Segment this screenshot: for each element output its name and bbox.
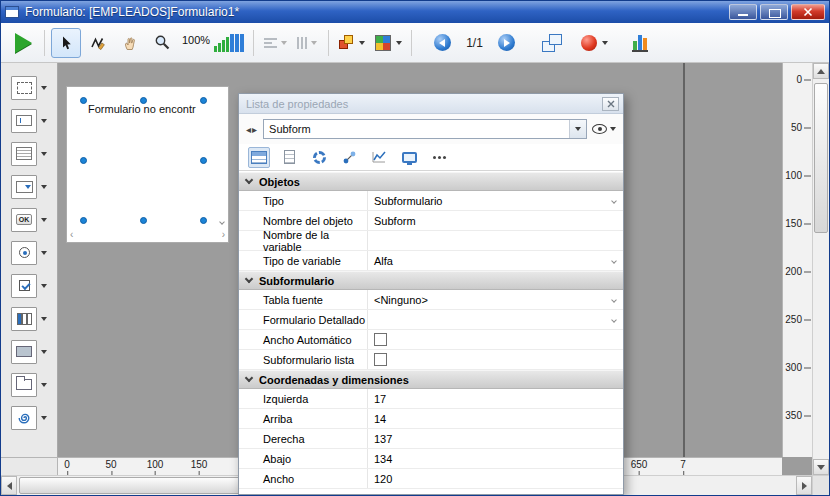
property-value-text[interactable]: 14 bbox=[367, 409, 623, 428]
close-icon bbox=[607, 100, 615, 108]
property-value-text[interactable]: 120 bbox=[367, 469, 623, 488]
zoom-tool-button[interactable] bbox=[147, 28, 177, 58]
align-menu-button[interactable] bbox=[260, 28, 290, 58]
title-bar[interactable]: Formulario: [EMPLEADOS]Formulario1* bbox=[1, 1, 829, 23]
scroll-right-button[interactable] bbox=[796, 476, 812, 495]
subform-object[interactable]: Formulario no encontr bbox=[84, 101, 204, 221]
arrange-menu-button[interactable] bbox=[335, 28, 369, 58]
chevron-down-icon[interactable] bbox=[41, 86, 47, 90]
property-value-text[interactable]: 137 bbox=[367, 429, 623, 448]
filter-form-button[interactable] bbox=[278, 147, 300, 168]
distribute-menu-button[interactable] bbox=[292, 28, 322, 58]
chevron-down-icon[interactable] bbox=[41, 416, 47, 420]
checkbox[interactable] bbox=[374, 333, 387, 346]
stop-menu-button[interactable] bbox=[580, 28, 610, 58]
palette-title-bar[interactable]: Lista de propiedades bbox=[239, 94, 623, 114]
property-value-dropdown[interactable]: Alfa bbox=[367, 251, 623, 270]
chevron-down-icon[interactable] bbox=[41, 218, 47, 222]
vertical-scrollbar[interactable] bbox=[812, 63, 829, 475]
vertical-ruler: 0 50 100 150 200 250 300 350 bbox=[782, 63, 812, 457]
selection-handle[interactable] bbox=[140, 217, 147, 224]
zoom-bars-icon[interactable] bbox=[214, 34, 244, 52]
tool-static-text-button[interactable] bbox=[1, 71, 57, 104]
object-tools-panel: OK bbox=[1, 63, 58, 457]
property-label: Formulario Detallado bbox=[239, 310, 367, 329]
property-list-palette[interactable]: Lista de propiedades ◂▸ Subform bbox=[238, 93, 624, 495]
scroll-left-button[interactable] bbox=[1, 476, 17, 495]
minimize-button[interactable] bbox=[729, 4, 757, 20]
chevron-down-icon[interactable] bbox=[41, 152, 47, 156]
view-options-button[interactable] bbox=[592, 124, 616, 134]
selection-handle[interactable] bbox=[140, 97, 147, 104]
checkbox[interactable] bbox=[374, 353, 387, 366]
form-pages-button[interactable] bbox=[537, 28, 567, 58]
execute-form-button[interactable] bbox=[8, 28, 38, 58]
section-header-subformulario[interactable]: Subformulario bbox=[239, 271, 623, 290]
chevron-down-icon[interactable] bbox=[41, 350, 47, 354]
zoom-level-control[interactable]: 100% bbox=[182, 34, 244, 52]
more-filters-button[interactable] bbox=[428, 147, 450, 168]
tool-rectangle-button[interactable] bbox=[1, 335, 57, 368]
chevron-down-icon[interactable] bbox=[41, 317, 47, 321]
property-value-dropdown[interactable] bbox=[367, 310, 623, 329]
filter-data-source-button[interactable] bbox=[338, 147, 360, 168]
scroll-down-button[interactable] bbox=[813, 459, 829, 475]
property-value-dropdown[interactable]: Subformulario bbox=[367, 191, 623, 210]
chevron-down-icon bbox=[245, 275, 253, 283]
scroll-left-icon[interactable]: ‹ bbox=[70, 230, 73, 240]
vertical-scroll-thumb[interactable] bbox=[814, 83, 828, 233]
object-selector-combo[interactable]: Subform bbox=[263, 119, 587, 139]
filter-events-button[interactable] bbox=[368, 147, 390, 168]
tool-button-grid-button[interactable] bbox=[1, 302, 57, 335]
maximize-button[interactable] bbox=[760, 4, 788, 20]
tool-input-field-button[interactable] bbox=[1, 104, 57, 137]
style-menu-button[interactable] bbox=[371, 28, 405, 58]
filter-all-properties-button[interactable] bbox=[248, 147, 270, 168]
filter-settings-button[interactable] bbox=[308, 147, 330, 168]
selection-handle[interactable] bbox=[200, 157, 207, 164]
property-value-text[interactable]: 134 bbox=[367, 449, 623, 468]
ruler-label: 300 bbox=[785, 362, 802, 373]
next-page-button[interactable] bbox=[492, 28, 522, 58]
tool-subform-button[interactable] bbox=[1, 401, 57, 434]
chart-button[interactable] bbox=[625, 28, 655, 58]
selection-handle[interactable] bbox=[200, 97, 207, 104]
selection-handle[interactable] bbox=[80, 157, 87, 164]
hand-icon bbox=[122, 35, 138, 51]
chevron-down-icon[interactable] bbox=[41, 383, 47, 387]
chevron-down-icon[interactable] bbox=[41, 251, 47, 255]
object-prev-next-buttons[interactable]: ◂▸ bbox=[246, 124, 258, 135]
tool-tab-control-button[interactable] bbox=[1, 368, 57, 401]
property-value-dropdown[interactable]: <Ninguno> bbox=[367, 290, 623, 309]
chevron-down-icon[interactable] bbox=[41, 185, 47, 189]
property-label: Ancho Automático bbox=[239, 330, 367, 349]
chevron-down-icon[interactable] bbox=[41, 119, 47, 123]
draw-tool-button[interactable] bbox=[83, 28, 113, 58]
tool-list-box-button[interactable] bbox=[1, 137, 57, 170]
scroll-down-icon[interactable] bbox=[219, 219, 225, 225]
previous-page-button[interactable] bbox=[427, 28, 457, 58]
section-header-coordenadas[interactable]: Coordenadas y dimensiones bbox=[239, 370, 623, 389]
property-value-text[interactable] bbox=[367, 231, 623, 250]
close-button[interactable] bbox=[791, 4, 825, 20]
selection-handle[interactable] bbox=[80, 217, 87, 224]
tool-combo-box-button[interactable] bbox=[1, 170, 57, 203]
tool-button-button[interactable]: OK bbox=[1, 203, 57, 236]
scroll-right-icon[interactable]: › bbox=[222, 230, 225, 240]
tool-radio-button-button[interactable] bbox=[1, 236, 57, 269]
chevron-down-icon[interactable] bbox=[41, 284, 47, 288]
section-header-objetos[interactable]: Objetos bbox=[239, 172, 623, 191]
selection-handle[interactable] bbox=[80, 97, 87, 104]
hand-tool-button[interactable] bbox=[115, 28, 145, 58]
scroll-up-button[interactable] bbox=[813, 63, 829, 79]
property-label: Arriba bbox=[239, 409, 367, 428]
property-value-checkbox bbox=[367, 350, 623, 369]
palette-close-button[interactable] bbox=[602, 97, 619, 111]
property-value-text[interactable]: 17 bbox=[367, 389, 623, 408]
property-value-text[interactable]: Subform bbox=[367, 211, 623, 230]
filter-display-button[interactable] bbox=[398, 147, 420, 168]
select-tool-button[interactable] bbox=[51, 28, 81, 58]
form-page-area[interactable]: Formulario no encontr ‹ › bbox=[66, 86, 229, 243]
tool-checkbox-button[interactable] bbox=[1, 269, 57, 302]
selection-handle[interactable] bbox=[200, 217, 207, 224]
